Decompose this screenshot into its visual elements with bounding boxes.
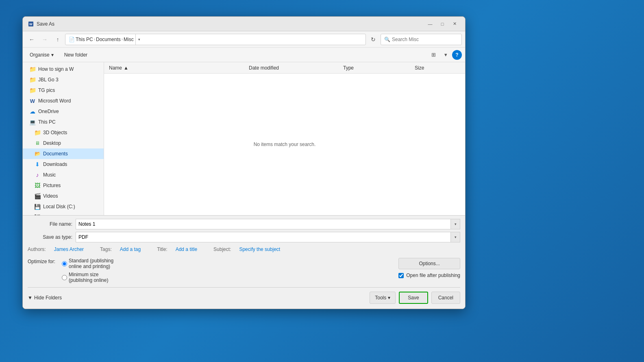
action-buttons: Tools ▾ Save Cancel <box>370 290 460 305</box>
optimize-minimum-option[interactable]: Minimum size(publishing online) <box>62 272 113 283</box>
sidebar-item-music[interactable]: ♪ Music <box>23 170 104 180</box>
hide-folders-btn[interactable]: ▼ Hide Folders <box>28 295 62 301</box>
tags-value[interactable]: Add a tag <box>120 246 141 252</box>
pictures-icon: 🖼 <box>34 182 41 189</box>
open-after-publishing-checkbox[interactable]: Open file after publishing <box>398 273 460 278</box>
pc-icon: 💻 <box>29 119 36 125</box>
col-header-date[interactable]: Date modified <box>247 65 342 71</box>
sidebar-item-local-c[interactable]: 💾 Local Disk (C:) <box>23 201 104 212</box>
main-content: 📁 How to sign a W 📁 JBL Go 3 📁 TG pics W… <box>23 62 465 215</box>
save-type-label: Save as type: <box>28 234 72 240</box>
view-controls: ⊞ ▾ ? <box>428 49 462 61</box>
sidebar-item-jbl-go[interactable]: 📁 JBL Go 3 <box>23 74 104 85</box>
open-after-publishing-input[interactable] <box>398 273 404 278</box>
new-folder-button[interactable]: New folder <box>61 49 91 61</box>
up-button[interactable]: ↑ <box>52 34 63 45</box>
authors-value[interactable]: James Archer <box>54 246 84 252</box>
folder-icon: 📁 <box>29 66 36 72</box>
breadcrumb: 📄 This PC › Documents › Misc <box>69 37 134 42</box>
subject-label: Subject: <box>213 246 231 252</box>
onedrive-icon: ☁ <box>29 108 36 115</box>
tags-label: Tags: <box>100 246 112 252</box>
open-after-publishing-label: Open file after publishing <box>406 273 460 278</box>
toolbar: Organise ▾ New folder ⊞ ▾ ? <box>23 48 465 62</box>
optimize-minimum-radio[interactable] <box>62 275 67 280</box>
sidebar: 📁 How to sign a W 📁 JBL Go 3 📁 TG pics W… <box>23 62 104 215</box>
nav-bar: ← → ↑ 📄 This PC › Documents › Misc ▾ ↻ 🔍 <box>23 31 465 48</box>
authors-label: Authors: <box>28 246 46 252</box>
sidebar-item-word[interactable]: W Microsoft Word <box>23 96 104 106</box>
refresh-button[interactable]: ↻ <box>368 34 379 45</box>
help-button[interactable]: ? <box>452 50 462 60</box>
bottom-area: File name: ▾ Save as type: PDF ▾ Author <box>23 215 465 309</box>
save-type-wrapper: PDF ▾ <box>76 232 460 242</box>
folder-icon: 📁 <box>29 76 36 83</box>
title-bar: W Save As — □ ✕ <box>23 17 465 31</box>
sidebar-item-documents[interactable]: 📂 Documents <box>23 148 104 159</box>
empty-message: No items match your search. <box>104 74 465 215</box>
options-row: Optimize for: Standard (publishingonline… <box>28 256 460 285</box>
sidebar-item-how-to-sign[interactable]: 📁 How to sign a W <box>23 64 104 74</box>
folder-icon: 📁 <box>29 87 36 94</box>
save-type-row: Save as type: PDF ▾ <box>28 232 460 242</box>
search-icon: 🔍 <box>384 37 390 42</box>
column-headers: Name ▲ Date modified Type Size <box>104 62 465 74</box>
optimize-standard-option[interactable]: Standard (publishingonline and printing) <box>62 258 113 269</box>
dialog-title: Save As <box>37 21 424 27</box>
tools-dropdown-icon: ▾ <box>388 295 390 301</box>
optimize-standard-radio[interactable] <box>62 261 67 266</box>
address-bar[interactable]: 📄 This PC › Documents › Misc ▾ <box>65 34 366 45</box>
close-button[interactable]: ✕ <box>449 20 460 28</box>
disk-icon: 💾 <box>34 203 41 210</box>
save-type-select[interactable]: PDF <box>76 232 460 242</box>
window-controls: — □ ✕ <box>424 20 460 28</box>
organise-dropdown-icon: ▾ <box>51 52 54 58</box>
title-label: Title: <box>157 246 168 252</box>
view-dropdown-button[interactable]: ▾ <box>440 49 451 61</box>
sidebar-item-downloads[interactable]: ⬇ Downloads <box>23 159 104 170</box>
file-list: Name ▲ Date modified Type Size No items … <box>104 62 465 215</box>
optimize-label: Optimize for: <box>28 258 55 264</box>
sidebar-item-desktop[interactable]: 🖥 Desktop <box>23 138 104 148</box>
save-button[interactable]: Save <box>399 292 428 304</box>
sidebar-item-videos[interactable]: 🎬 Videos <box>23 191 104 201</box>
folder-icon: 📁 <box>34 129 41 136</box>
search-box[interactable]: 🔍 <box>381 34 462 45</box>
minimize-button[interactable]: — <box>424 20 436 28</box>
sidebar-item-3d-objects[interactable]: 📁 3D Objects <box>23 127 104 138</box>
bottom-row: ▼ Hide Folders Tools ▾ Save Cancel <box>28 287 460 305</box>
maximize-button[interactable]: □ <box>437 20 448 28</box>
file-name-input[interactable] <box>76 219 460 229</box>
word-icon: W <box>29 98 36 104</box>
sidebar-item-tg-pics[interactable]: 📁 TG pics <box>23 85 104 96</box>
tools-button[interactable]: Tools ▾ <box>370 292 396 304</box>
dialog-icon: W <box>28 21 34 27</box>
music-icon: ♪ <box>34 172 41 178</box>
col-header-size[interactable]: Size <box>413 65 462 71</box>
file-name-wrapper: ▾ <box>76 219 460 229</box>
subject-value[interactable]: Specify the subject <box>239 246 280 252</box>
file-name-row: File name: ▾ <box>28 219 460 229</box>
col-header-type[interactable]: Type <box>342 65 413 71</box>
chevron-down-icon: ▼ <box>28 295 33 301</box>
cancel-button[interactable]: Cancel <box>431 292 460 304</box>
options-button[interactable]: Options... <box>398 258 460 269</box>
sort-icon: ▲ <box>124 65 128 71</box>
sidebar-item-this-pc[interactable]: 💻 This PC <box>23 117 104 127</box>
sidebar-item-onedrive[interactable]: ☁ OneDrive <box>23 106 104 117</box>
sidebar-item-local-e[interactable]: 💾 Local Disk (E:) <box>23 212 104 215</box>
downloads-icon: ⬇ <box>34 161 41 168</box>
forward-button[interactable]: → <box>39 34 50 45</box>
videos-icon: 🎬 <box>34 193 41 199</box>
search-input[interactable] <box>392 37 458 42</box>
view-button[interactable]: ⊞ <box>428 49 439 61</box>
sidebar-item-pictures[interactable]: 🖼 Pictures <box>23 180 104 191</box>
documents-icon: 📂 <box>34 150 41 157</box>
col-header-name[interactable]: Name ▲ <box>107 65 247 71</box>
address-dropdown[interactable]: ▾ <box>135 34 143 45</box>
desktop-icon: 🖥 <box>34 140 41 146</box>
back-button[interactable]: ← <box>26 34 37 45</box>
organise-button[interactable]: Organise ▾ <box>26 49 57 61</box>
svg-text:W: W <box>29 22 33 26</box>
title-value[interactable]: Add a title <box>176 246 197 252</box>
